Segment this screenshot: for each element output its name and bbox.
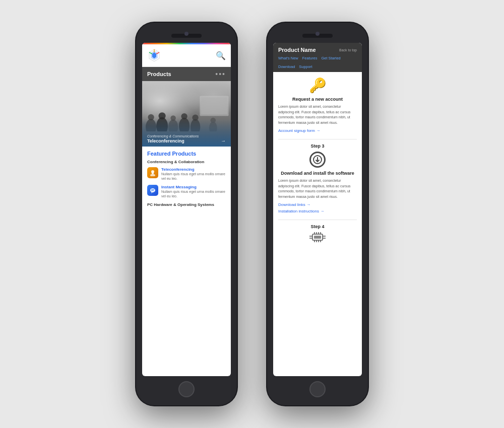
hero-title: Teleconferencing (147, 138, 184, 144)
instant-msg-name: Instant Messaging (161, 185, 226, 189)
search-button[interactable]: 🔍 (216, 51, 226, 60)
step3-desc: Lorem ipsum dolor sit amet, consectetur … (278, 178, 357, 199)
tab-features[interactable]: Features (302, 56, 318, 60)
phone-2-camera (316, 32, 320, 36)
hero-arrow: → (221, 138, 226, 144)
phone-1-home-button[interactable] (178, 381, 195, 397)
tab-support[interactable]: Support (299, 64, 312, 69)
step3-section: Step 3 Download and install the software… (278, 144, 357, 213)
teleconf-icon (147, 167, 158, 178)
product-info-instant-msg: Instant Messaging Nullam quis risus eget… (161, 185, 226, 198)
products-bar: Products ••• (142, 67, 231, 81)
svg-point-21 (150, 174, 155, 177)
step2-section: 🔑 Request a new account Lorem ipsum dolo… (278, 77, 357, 133)
instant-msg-desc: Nullam quis risus eget urna mollis ornar… (161, 189, 226, 198)
svg-rect-30 (314, 236, 321, 239)
section-divider (278, 139, 357, 139)
product-info-teleconf: Teleconferencing Nullam quis risus eget … (161, 167, 226, 181)
step3-title: Download and install the software (278, 171, 357, 176)
category-pc-hardware: PC Hardware & Operating Systems (147, 202, 226, 207)
hero-image: Conferencing & Communications Teleconfer… (142, 81, 231, 147)
category-conferencing: Conferencing & Collaboration (147, 160, 226, 164)
featured-products-title: Featured Products (147, 151, 226, 157)
svg-rect-22 (152, 173, 154, 174)
logo-icon (147, 48, 161, 62)
screen-body: Featured Products Conferencing & Collabo… (142, 147, 231, 376)
step2-icon-area: 🔑 (278, 77, 357, 94)
phone-2-screen: Product Name Back to top What's New Feat… (273, 43, 362, 376)
step4-section: Step 4 (278, 224, 357, 244)
step2-title: Request a new account (278, 97, 357, 102)
download-circle-icon (309, 152, 326, 168)
section-divider-2 (278, 220, 357, 220)
key-icon: 🔑 (309, 77, 327, 94)
product-item-teleconferencing[interactable]: Teleconferencing Nullam quis risus eget … (147, 167, 226, 181)
hero-category: Conferencing & Communications (147, 134, 226, 138)
header-top-row: Product Name Back to top (278, 47, 357, 53)
teleconf-desc: Nullam quis risus eget urna mollis ornar… (161, 172, 226, 181)
products-bar-menu[interactable]: ••• (215, 70, 226, 78)
account-signup-link[interactable]: Account signup form → (278, 128, 357, 133)
phone-2: Product Name Back to top What's New Feat… (267, 23, 368, 405)
step3-header: Step 3 (278, 144, 357, 149)
phone-1: 🔍 Products ••• (136, 23, 237, 405)
step2-desc: Lorem ipsum dolor sit amet, consectetur … (278, 104, 357, 125)
tab-download[interactable]: Download (278, 64, 295, 69)
teleconf-name: Teleconferencing (161, 167, 226, 172)
hero-title-row: Teleconferencing → (147, 138, 226, 144)
phone-1-camera (184, 32, 188, 36)
product-name-title: Product Name (278, 47, 316, 53)
tab-whats-new[interactable]: What's New (278, 56, 298, 60)
nav-tabs: What's New Features Get Started Download… (278, 56, 357, 72)
step4-icon (278, 232, 357, 244)
back-to-top-link[interactable]: Back to top (339, 48, 357, 52)
svg-rect-17 (201, 97, 227, 114)
screen-content: 🔑 Request a new account Lorem ipsum dolo… (273, 72, 362, 376)
step3-icon-area (278, 152, 357, 168)
product-item-instant-messaging[interactable]: Instant Messaging Nullam quis risus eget… (147, 185, 226, 198)
phone-2-header: Product Name Back to top What's New Feat… (273, 43, 362, 72)
instant-msg-icon (147, 185, 158, 196)
phone-2-home-button[interactable] (309, 381, 326, 397)
installation-instructions-link[interactable]: Installation instructions → (278, 209, 357, 213)
step4-header: Step 4 (278, 224, 357, 229)
download-links-link[interactable]: Download links → (278, 202, 357, 207)
products-bar-title: Products (147, 71, 171, 77)
hero-overlay: Conferencing & Communications Teleconfer… (142, 119, 231, 147)
phone-1-header: 🔍 (142, 44, 231, 67)
phone-1-screen: 🔍 Products ••• (142, 43, 231, 376)
tab-get-started[interactable]: Get Started (321, 56, 340, 60)
